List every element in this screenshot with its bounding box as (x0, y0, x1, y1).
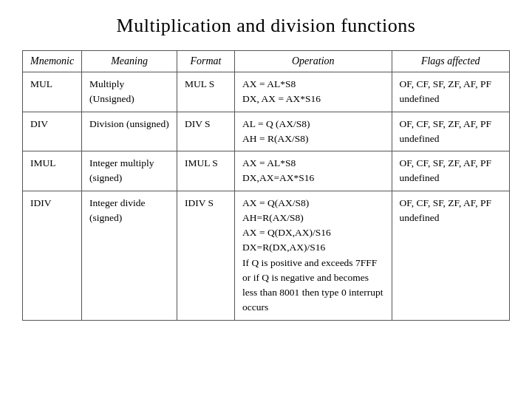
cell-format: DIV S (177, 112, 234, 151)
cell-operation: AL = Q (AX/S8)AH = R(AX/S8) (235, 112, 392, 151)
cell-mnemonic: DIV (23, 112, 82, 151)
cell-format: IMUL S (177, 151, 234, 191)
table-row: DIVDivision (unsigned)DIV SAL = Q (AX/S8… (23, 112, 510, 151)
table-row: IMULInteger multiply (signed)IMUL SAX = … (23, 151, 510, 191)
cell-mnemonic: MUL (23, 72, 82, 112)
cell-meaning: Integer multiply (signed) (82, 151, 177, 191)
cell-mnemonic: IMUL (23, 151, 82, 191)
cell-flags: OF, CF, SF, ZF, AF, PF undefined (392, 72, 509, 112)
cell-operation: AX = Q(AX/S8)AH=R(AX/S8)AX = Q(DX,AX)/S1… (235, 191, 392, 320)
cell-operation: AX = AL*S8DX, AX = AX*S16 (235, 72, 392, 112)
header-flags: Flags affected (392, 51, 509, 72)
cell-mnemonic: IDIV (23, 191, 82, 320)
page-title: Multiplication and division functions (22, 15, 510, 37)
cell-meaning: Multiply (Unsigned) (82, 72, 177, 112)
cell-meaning: Division (unsigned) (82, 112, 177, 151)
main-table: Mnemonic Meaning Format Operation Flags … (22, 50, 510, 321)
table-row: IDIVInteger divide (signed)IDIV SAX = Q(… (23, 191, 510, 320)
cell-meaning: Integer divide (signed) (82, 191, 177, 320)
header-mnemonic: Mnemonic (23, 51, 82, 72)
cell-flags: OF, CF, SF, ZF, AF, PF undefined (392, 191, 509, 320)
cell-flags: OF, CF, SF, ZF, AF, PF undefined (392, 112, 509, 151)
header-operation: Operation (235, 51, 392, 72)
header-format: Format (177, 51, 234, 72)
cell-operation: AX = AL*S8DX,AX=AX*S16 (235, 151, 392, 191)
cell-flags: OF, CF, SF, ZF, AF, PF undefined (392, 151, 509, 191)
table-header-row: Mnemonic Meaning Format Operation Flags … (23, 51, 510, 72)
cell-format: MUL S (177, 72, 234, 112)
table-row: MULMultiply (Unsigned)MUL SAX = AL*S8DX,… (23, 72, 510, 112)
cell-format: IDIV S (177, 191, 234, 320)
header-meaning: Meaning (82, 51, 177, 72)
